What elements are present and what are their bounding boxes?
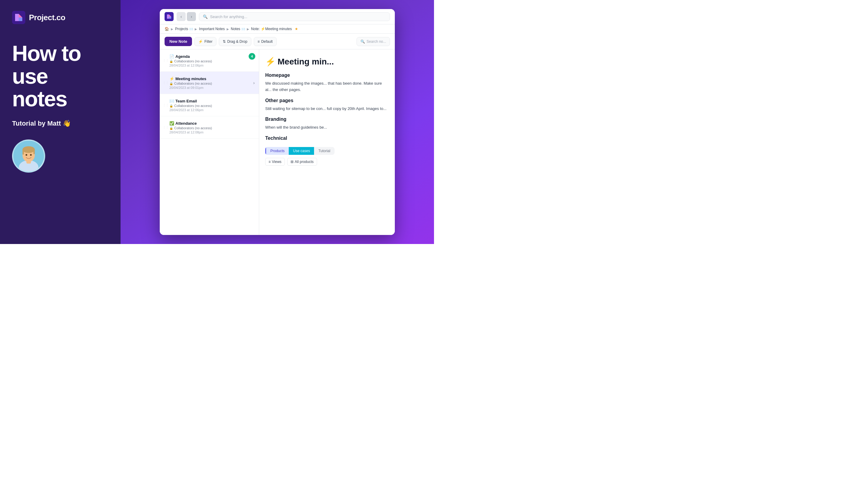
svg-point-8 (26, 154, 27, 156)
note-item[interactable]: ⋮⋮ ✉️ Team Email 🔒 Collaborators (no acc… (160, 94, 259, 116)
section-heading-technical: Technical (265, 135, 389, 141)
grid-icon: ⊞ (290, 160, 293, 164)
drag-handle-icon: ⋮⋮ (163, 82, 169, 84)
notes-count-badge: 4 (249, 53, 255, 60)
nav-arrows: ‹ › (177, 12, 196, 21)
note-title: ✉️ Team Email (169, 99, 254, 103)
tab-tutorial[interactable]: Tutorial (314, 147, 335, 155)
search-placeholder-text: Search for anything... (210, 14, 247, 19)
lock-icon: 🔒 (169, 104, 173, 107)
nav-forward-button[interactable]: › (187, 12, 196, 21)
filter-button[interactable]: ⚡ Filter (194, 37, 216, 46)
breadcrumb-projects[interactable]: Projects ✉️ (175, 27, 193, 31)
app-window: ‹ › 🔍 Search for anything... 🏠 ▶ Project… (160, 9, 395, 235)
note-title: 📄 Agenda (169, 54, 254, 59)
note-access: 🔒 Collaborators (no access) (169, 59, 254, 63)
search-small-icon: 🔍 (361, 39, 365, 44)
note-item[interactable]: ⋮⋮ ✅ Attendance 🔒 Collaborators (no acce… (160, 116, 259, 138)
drag-drop-icon: ⇅ (223, 39, 226, 44)
note-item[interactable]: ⋮⋮ 📄 Agenda 🔒 Collaborators (no access) … (160, 50, 259, 72)
main-heading: How to use notes (12, 42, 108, 110)
breadcrumb-notes[interactable]: Notes ✉️ (231, 27, 245, 31)
svg-point-5 (23, 146, 35, 153)
main-content: 4 ⋮⋮ 📄 Agenda 🔒 Collaborators (no access… (160, 50, 395, 235)
tab-products[interactable]: Products (265, 147, 289, 155)
breadcrumb-home[interactable]: 🏠 (164, 27, 169, 31)
drag-drop-button[interactable]: ⇅ Drag & Drop (219, 37, 251, 46)
note-title: ✅ Attendance (169, 121, 254, 126)
section-text-homepage: We discussed making the images... that h… (265, 80, 389, 93)
search-icon: 🔍 (203, 14, 208, 19)
global-search-bar[interactable]: 🔍 Search for anything... (199, 12, 390, 21)
notes-list: 4 ⋮⋮ 📄 Agenda 🔒 Collaborators (no access… (160, 50, 259, 235)
sort-icon: ≡ (258, 39, 260, 44)
lock-icon: 🔒 (169, 82, 173, 85)
avatar (12, 139, 45, 173)
note-access: 🔒 Collaborators (no access) (169, 104, 254, 107)
section-heading-branding: Branding (265, 117, 389, 122)
drag-handle-icon: ⋮⋮ (163, 126, 169, 129)
lock-icon: 🔒 (169, 127, 173, 130)
subtitle: Tutorial by Matt 👋 (12, 120, 108, 127)
note-icon: ⚡ (169, 76, 174, 81)
note-title: ⚡ Meeting minutes (169, 76, 254, 81)
views-button[interactable]: ≡ Views (265, 158, 285, 166)
logo-area: Project.co (12, 11, 108, 24)
drag-handle-icon: ⋮⋮ (163, 59, 169, 62)
svg-rect-6 (23, 149, 24, 155)
breadcrumb-current-note[interactable]: Note: ⚡Meeting minutes (251, 27, 292, 31)
svg-point-9 (30, 154, 32, 156)
tab-use-cases[interactable]: Use cases (289, 147, 314, 155)
svg-rect-7 (33, 149, 35, 154)
section-text-branding: When will the brand guidelines be... (265, 124, 389, 131)
favorite-star-icon[interactable]: ★ (295, 27, 298, 31)
filter-icon: ⚡ (198, 39, 203, 44)
note-date: 28/04/2023 at 12:06pm (169, 108, 254, 112)
left-panel: Project.co How to use notes Tutorial by … (0, 0, 121, 244)
note-access: 🔒 Collaborators (no access) (169, 82, 254, 85)
section-heading-other-pages: Other pages (265, 98, 389, 103)
default-sort-button[interactable]: ≡ Default (254, 37, 277, 46)
notes-search-button[interactable]: 🔍 Search no... (356, 37, 390, 46)
note-icon: ✉️ (169, 99, 174, 103)
logo-icon (12, 11, 25, 24)
note-detail: ⚡ Meeting min... Homepage We discussed m… (259, 50, 395, 235)
logo-text: Project.co (29, 13, 65, 22)
note-date: 28/04/2023 at 12:08pm (169, 130, 254, 134)
note-icon: ✅ (169, 121, 174, 126)
new-note-button[interactable]: New Note (164, 37, 192, 46)
right-panel: ‹ › 🔍 Search for anything... 🏠 ▶ Project… (121, 0, 434, 244)
section-heading-homepage: Homepage (265, 73, 389, 78)
toolbar: New Note ⚡ Filter ⇅ Drag & Drop ≡ Defaul… (160, 34, 395, 50)
note-access: 🔒 Collaborators (no access) (169, 126, 254, 130)
note-detail-title: ⚡ Meeting min... (265, 57, 389, 67)
drag-handle-icon: ⋮⋮ (163, 104, 169, 107)
note-detail-icon: ⚡ (265, 57, 276, 67)
section-text-other-pages: Still waiting for sitemap to be con... f… (265, 106, 389, 112)
lock-icon: 🔒 (169, 60, 173, 63)
breadcrumb-bar: 🏠 ▶ Projects ✉️ ▶ Important Notes ▶ Note… (160, 24, 395, 34)
note-item[interactable]: ⋮⋮ ⚡ Meeting minutes 🔒 Collaborators (no… (160, 72, 259, 94)
top-bar: ‹ › 🔍 Search for anything... (160, 9, 395, 24)
note-date: 28/04/2023 at 12:06pm (169, 64, 254, 67)
note-date: 20/04/2023 at 09:01pm (169, 86, 254, 90)
note-icon: 📄 (169, 54, 174, 59)
avatar-image (13, 139, 44, 173)
breadcrumb-important-notes[interactable]: Important Notes (199, 27, 224, 31)
views-row: ≡ Views ⊞ All products (265, 158, 389, 166)
app-logo-small (164, 12, 174, 21)
nav-back-button[interactable]: ‹ (177, 12, 186, 21)
views-icon: ≡ (269, 160, 271, 164)
tabs-row: Products Use cases Tutorial (265, 147, 335, 155)
all-products-button[interactable]: ⊞ All products (287, 158, 317, 166)
chevron-right-icon: › (253, 80, 255, 85)
